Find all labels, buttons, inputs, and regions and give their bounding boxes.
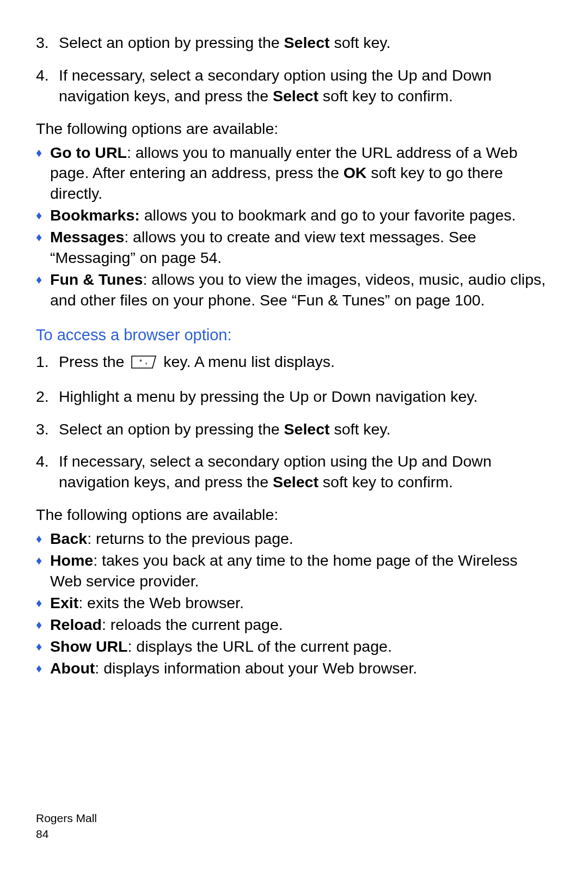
bullet-text: Bookmarks: allows you to bookmark and go…: [50, 205, 552, 226]
star-key-icon: *+: [131, 354, 157, 375]
bullet-text: Show URL: displays the URL of the curren…: [50, 636, 552, 657]
options-intro-1: The following options are available:: [36, 119, 552, 139]
options-intro-2: The following options are available:: [36, 505, 552, 525]
step-text: If necessary, select a secondary option …: [59, 65, 552, 107]
step-number: 2.: [36, 387, 59, 407]
diamond-bullet-icon: ♦: [36, 227, 50, 248]
bullet-text: Exit: exits the Web browser.: [50, 593, 552, 614]
bullet-item: ♦Show URL: displays the URL of the curre…: [36, 636, 552, 657]
diamond-bullet-icon: ♦: [36, 143, 50, 163]
bullet-item: ♦Fun & Tunes: allows you to view the ima…: [36, 270, 552, 311]
numbered-steps-browser: 1.Press the *+ key. A menu list displays…: [36, 352, 552, 493]
diamond-bullet-icon: ♦: [36, 270, 50, 290]
bullet-text: Messages: allows you to create and view …: [50, 227, 552, 268]
bullet-text: Reload: reloads the current page.: [50, 615, 552, 635]
manual-page: 3.Select an option by pressing the Selec…: [0, 0, 588, 882]
bullet-text: Go to URL: allows you to manually enter …: [50, 143, 552, 205]
bullet-text: About: displays information about your W…: [50, 658, 552, 679]
step-text: Highlight a menu by pressing the Up or D…: [59, 387, 552, 407]
svg-text:+: +: [145, 361, 148, 366]
numbered-step: 3.Select an option by pressing the Selec…: [36, 419, 552, 440]
bullet-item: ♦About: displays information about your …: [36, 658, 552, 679]
step-text: Select an option by pressing the Select …: [59, 419, 552, 440]
bullet-item: ♦Back: returns to the previous page.: [36, 529, 552, 549]
step-number: 3.: [36, 33, 59, 53]
diamond-bullet-icon: ♦: [36, 636, 50, 657]
step-text: Press the *+ key. A menu list displays.: [59, 352, 552, 375]
section-heading-browser-option: To access a browser option:: [36, 326, 552, 344]
bullet-item: ♦Go to URL: allows you to manually enter…: [36, 143, 552, 205]
diamond-bullet-icon: ♦: [36, 593, 50, 614]
page-footer: Rogers Mall 84: [36, 811, 97, 842]
bullet-item: ♦Home: takes you back at any time to the…: [36, 550, 552, 592]
bullet-item: ♦Bookmarks: allows you to bookmark and g…: [36, 205, 552, 226]
bullet-text: Fun & Tunes: allows you to view the imag…: [50, 270, 552, 311]
footer-page-number: 84: [36, 826, 97, 842]
step-number: 4.: [36, 65, 59, 107]
numbered-steps-top: 3.Select an option by pressing the Selec…: [36, 33, 552, 107]
options-list-1: ♦Go to URL: allows you to manually enter…: [36, 143, 552, 311]
bullet-item: ♦Exit: exits the Web browser.: [36, 593, 552, 614]
options-list-2: ♦Back: returns to the previous page.♦Hom…: [36, 529, 552, 679]
numbered-step: 4.If necessary, select a secondary optio…: [36, 451, 552, 493]
diamond-bullet-icon: ♦: [36, 529, 50, 549]
footer-section-name: Rogers Mall: [36, 811, 97, 826]
bullet-text: Back: returns to the previous page.: [50, 529, 552, 549]
step-number: 4.: [36, 451, 59, 493]
step-number: 3.: [36, 419, 59, 440]
numbered-step: 3.Select an option by pressing the Selec…: [36, 33, 552, 53]
numbered-step: 1.Press the *+ key. A menu list displays…: [36, 352, 552, 375]
diamond-bullet-icon: ♦: [36, 550, 50, 571]
step-number: 1.: [36, 352, 59, 375]
diamond-bullet-icon: ♦: [36, 658, 50, 679]
bullet-item: ♦Reload: reloads the current page.: [36, 615, 552, 635]
step-text: If necessary, select a secondary option …: [59, 451, 552, 493]
numbered-step: 2.Highlight a menu by pressing the Up or…: [36, 387, 552, 407]
step-text: Select an option by pressing the Select …: [59, 33, 552, 53]
svg-text:*: *: [139, 358, 142, 366]
bullet-item: ♦Messages: allows you to create and view…: [36, 227, 552, 268]
numbered-step: 4.If necessary, select a secondary optio…: [36, 65, 552, 107]
diamond-bullet-icon: ♦: [36, 205, 50, 226]
diamond-bullet-icon: ♦: [36, 615, 50, 635]
bullet-text: Home: takes you back at any time to the …: [50, 550, 552, 592]
